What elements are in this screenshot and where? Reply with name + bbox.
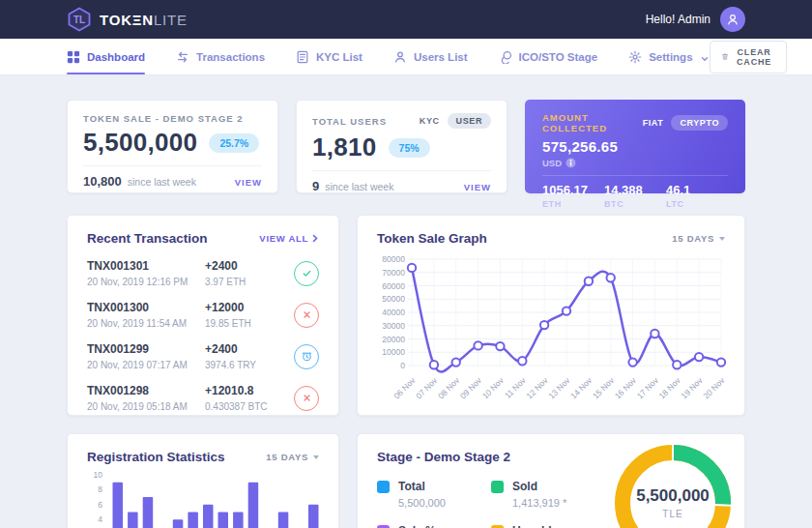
transaction-id: TNX001299 bbox=[87, 342, 205, 356]
donut-center-label: TLE bbox=[662, 509, 682, 519]
transaction-row: TNX00130020 Nov, 2019 11:54 AM+1200019.8… bbox=[87, 301, 319, 329]
user-avatar[interactable] bbox=[720, 7, 745, 32]
transaction-row: TNX00130120 Nov, 2019 12:16 PM+24003.97 … bbox=[87, 259, 319, 287]
stat-cards-row: TOKEN SALE - DEMO STAGE 2 5,500,000 25.7… bbox=[67, 100, 745, 193]
brand-logo[interactable]: TL TOKΞNLITE bbox=[67, 7, 188, 32]
token-sale-graph-title: Token Sale Graph bbox=[377, 231, 487, 246]
legend-label: Sold bbox=[512, 480, 566, 493]
topbar: TL TOKΞNLITE Hello! Admin bbox=[0, 0, 812, 39]
nav-item-users-list[interactable]: Users List bbox=[393, 39, 468, 74]
nav-item-dashboard[interactable]: Dashboard bbox=[67, 39, 145, 74]
nav-item-label: ICO/STO Stage bbox=[519, 51, 598, 63]
token-sale-percent-badge: 25.7% bbox=[209, 133, 259, 153]
view-all-link[interactable]: VIEW ALL bbox=[259, 233, 319, 244]
total-users-card: TOTAL USERS KYC USER 1,810 75% 9 since l… bbox=[296, 100, 508, 193]
svg-text:08 Nov: 08 Nov bbox=[436, 375, 462, 401]
svg-text:TL: TL bbox=[73, 15, 85, 25]
token-sale-label: TOKEN SALE - DEMO STAGE 2 bbox=[83, 113, 244, 124]
crypto-ltc: 46.1LTC bbox=[666, 183, 728, 209]
dashboard-page: TL TOKΞNLITE Hello! Admin DashboardTrans… bbox=[0, 0, 812, 528]
transaction-sub-amount: 0.430387 BTC bbox=[205, 401, 294, 412]
gear-icon bbox=[628, 50, 642, 64]
nav-item-label: Dashboard bbox=[87, 51, 145, 63]
nav-item-settings[interactable]: Settings bbox=[628, 39, 709, 74]
svg-text:70000: 70000 bbox=[382, 268, 405, 278]
token-sale-delta: 10,800 bbox=[83, 174, 122, 189]
stage-title: Stage - Demo Stage 2 bbox=[377, 450, 510, 464]
svg-text:10 Nov: 10 Nov bbox=[480, 375, 507, 401]
greeting-text: Hello! Admin bbox=[646, 13, 710, 26]
svg-text:30000: 30000 bbox=[382, 321, 405, 331]
chevron-down-icon bbox=[719, 237, 725, 241]
legend-value: 1,413,919 * bbox=[512, 497, 566, 509]
svg-text:07 Nov: 07 Nov bbox=[414, 375, 440, 401]
transaction-amount: +12010.8 bbox=[205, 384, 294, 397]
legend-swatch bbox=[491, 481, 504, 493]
chevron-down-icon bbox=[313, 455, 319, 459]
grid-icon bbox=[67, 50, 80, 64]
total-users-view-link[interactable]: VIEW bbox=[464, 182, 491, 192]
user-toggle[interactable]: USER bbox=[448, 113, 491, 129]
svg-text:17 Nov: 17 Nov bbox=[635, 375, 661, 401]
person-icon bbox=[726, 13, 740, 26]
info-icon[interactable] bbox=[566, 158, 576, 168]
svg-text:80000: 80000 bbox=[382, 254, 405, 264]
coins-icon bbox=[499, 50, 512, 64]
svg-text:16 Nov: 16 Nov bbox=[613, 375, 639, 401]
svg-text:09 Nov: 09 Nov bbox=[458, 375, 484, 401]
legend-label: Sale % bbox=[398, 524, 452, 528]
token-sale-view-link[interactable]: VIEW bbox=[235, 177, 262, 188]
crypto-eth: 1056.17ETH bbox=[542, 183, 604, 209]
transaction-date: 20 Nov, 2019 05:18 AM bbox=[87, 401, 205, 412]
total-users-percent-badge: 75% bbox=[389, 138, 430, 158]
transfer-icon bbox=[176, 50, 189, 64]
transactions-title: Recent Transaction bbox=[87, 231, 208, 246]
transaction-id: TNX001298 bbox=[87, 384, 205, 397]
dashboard-content: TOKEN SALE - DEMO STAGE 2 5,500,000 25.7… bbox=[67, 100, 745, 528]
transaction-date: 20 Nov, 2019 12:16 PM bbox=[87, 277, 205, 287]
legend-item-total: Total5,500,000 bbox=[377, 480, 491, 509]
transaction-row: TNX00129920 Nov, 2019 07:17 AM+24003974.… bbox=[87, 342, 319, 370]
x-icon bbox=[301, 308, 313, 321]
transaction-status-canceled[interactable] bbox=[294, 386, 319, 411]
total-users-value: 1,810 bbox=[312, 132, 377, 162]
amount-collected-label: AMOUNT COLLECTED bbox=[542, 112, 643, 133]
check-icon bbox=[301, 267, 313, 279]
stage-panel: Stage - Demo Stage 2 Total5,500,000Sold1… bbox=[357, 433, 745, 528]
transaction-status-approved[interactable] bbox=[294, 261, 319, 286]
amount-collected-currency: USD bbox=[542, 158, 562, 168]
user-icon bbox=[393, 50, 407, 64]
chevron-right-icon bbox=[311, 234, 319, 243]
transaction-status-canceled[interactable] bbox=[294, 303, 319, 328]
nav-item-ico-sto-stage[interactable]: ICO/STO Stage bbox=[499, 39, 598, 74]
trash-icon bbox=[722, 50, 728, 63]
brand-hexagon-icon: TL bbox=[67, 7, 92, 32]
transaction-date: 20 Nov, 2019 07:17 AM bbox=[87, 360, 205, 370]
token-graph-period-dropdown[interactable]: 15 DAYS bbox=[672, 233, 725, 244]
nav-item-label: Settings bbox=[649, 51, 692, 63]
token-sale-delta-caption: since last week bbox=[128, 176, 196, 188]
registration-period-dropdown[interactable]: 15 DAYS bbox=[266, 452, 319, 462]
legend-swatch bbox=[377, 481, 390, 493]
transaction-status-pending[interactable] bbox=[294, 344, 319, 369]
svg-text:60000: 60000 bbox=[382, 281, 405, 291]
x-icon bbox=[301, 392, 313, 404]
legend-value: 5,500,000 bbox=[398, 497, 446, 509]
transaction-row: TNX00129820 Nov, 2019 05:18 AM+12010.80.… bbox=[87, 384, 319, 412]
clear-cache-button[interactable]: CLEAR CACHE bbox=[710, 41, 787, 73]
nav-item-label: Users List bbox=[414, 51, 468, 63]
legend-label: Total bbox=[398, 480, 446, 493]
legend-item-sale-: Sale %25.7% Sold bbox=[377, 524, 491, 528]
kyc-toggle[interactable]: KYC bbox=[420, 116, 440, 126]
svg-text:8: 8 bbox=[98, 484, 102, 494]
token-sale-line-chart: 0100002000030000400005000060000700008000… bbox=[377, 249, 727, 412]
transaction-id: TNX001300 bbox=[87, 301, 205, 314]
nav-item-transactions[interactable]: Transactions bbox=[176, 39, 265, 74]
nav-item-label: KYC List bbox=[316, 51, 362, 63]
svg-text:10: 10 bbox=[94, 470, 103, 480]
svg-text:18 Nov: 18 Nov bbox=[657, 375, 683, 401]
crypto-toggle[interactable]: CRYPTO bbox=[671, 115, 728, 131]
stage-donut-chart: 5,500,000 TLE bbox=[609, 439, 737, 528]
fiat-toggle[interactable]: FIAT bbox=[643, 118, 664, 128]
nav-item-kyc-list[interactable]: KYC List bbox=[296, 39, 362, 74]
